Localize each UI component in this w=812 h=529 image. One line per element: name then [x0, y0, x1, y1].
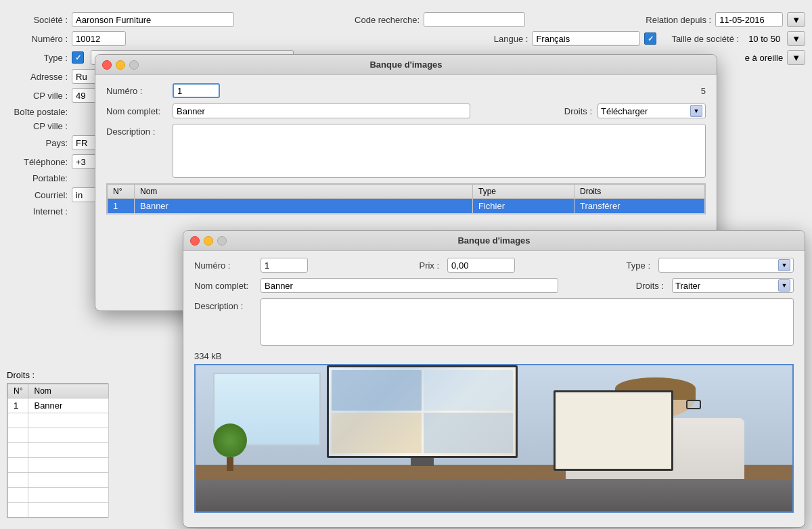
droits-th-nom: Nom	[28, 384, 109, 398]
modal-1-th-nom: Nom	[135, 185, 473, 199]
monitor-right-screen	[556, 392, 671, 469]
courriel-label: Courriel:	[7, 190, 68, 200]
screen-block-2	[424, 370, 514, 411]
modal-2-image-preview	[194, 364, 794, 513]
modal-2-type-dropdown[interactable]: ▼	[658, 258, 794, 273]
modal-2-desc-label: Description :	[194, 298, 255, 311]
modal-2-row2: Nom complet: Droits : Traiter ▼	[194, 278, 794, 293]
relation-depuis-input[interactable]	[715, 12, 783, 27]
droits-td-num: 1	[8, 398, 28, 413]
chevron-down-icon: ▼	[792, 34, 800, 44]
adresse-label: Adresse :	[7, 72, 68, 82]
modal-1-desc-row: Description :	[106, 124, 706, 178]
relation-depuis-dropdown[interactable]: ▼	[787, 12, 805, 27]
droits-table-row-empty3	[8, 443, 109, 458]
modal-2-traffic-lights	[190, 236, 227, 246]
monitor-stand	[411, 458, 434, 466]
boite-postale-label: Boîte postale:	[7, 107, 68, 117]
modal-2-droits-label: Droits :	[636, 281, 664, 291]
plant-container	[213, 423, 247, 471]
modal-1-table: N° Nom Type Droits 1 Banner Fichier Tran…	[107, 184, 705, 214]
modal-1-td-num: 1	[108, 199, 135, 214]
langue-checkbox[interactable]: ✓	[644, 32, 656, 45]
type-right-label: e à oreille	[745, 53, 783, 63]
modal-1-titlebar: Banque d'images	[95, 55, 717, 75]
modal-1-droits-dropdown[interactable]: Télécharger ▼	[597, 104, 706, 118]
droits-table-row-empty2	[8, 428, 109, 443]
check-icon2: ✓	[75, 53, 81, 62]
portable-label: Portable:	[7, 173, 68, 183]
modal-1-table-row[interactable]: 1 Banner Fichier Transférer	[108, 199, 705, 214]
modal-1-nom-input[interactable]	[173, 104, 470, 118]
modal-1-nom-label: Nom complet:	[106, 106, 167, 116]
societe-input[interactable]	[72, 12, 234, 27]
modal-2-row1: Numéro : Prix : Type : ▼	[194, 258, 794, 273]
modal-1-th-num: N°	[108, 185, 135, 199]
monitor-right	[554, 390, 673, 471]
droits-table-row[interactable]: 1 Banner	[8, 398, 109, 413]
modal-1-table-container: N° Nom Type Droits 1 Banner Fichier Tran…	[106, 183, 706, 214]
langue-input[interactable]	[532, 31, 640, 46]
modal-2-minimize-button[interactable]	[204, 236, 213, 246]
droits-table-container: N° Nom 1 Banner	[7, 383, 108, 518]
modal-2-numero-label: Numéro :	[194, 260, 255, 271]
modal-2-desc-textarea[interactable]	[261, 298, 794, 346]
numero-row: Numéro : Langue : ✓ Taille de société : …	[7, 31, 805, 46]
modal-1-close-button[interactable]	[102, 60, 112, 70]
modal-1-droits-label: Droits :	[564, 106, 592, 116]
modal-1-minimize-button[interactable]	[116, 60, 125, 70]
modal-1-th-droits: Droits	[574, 185, 705, 199]
monitor-left	[327, 365, 518, 471]
check-icon: ✓	[648, 34, 654, 43]
plant-stem	[227, 457, 233, 471]
societe-label: Société :	[7, 15, 68, 25]
modal-2-droits-dropdown-arrow[interactable]: ▼	[778, 279, 790, 292]
droits-table: N° Nom 1 Banner	[7, 384, 109, 518]
modal-2-close-button[interactable]	[190, 236, 200, 246]
modal-1-th-type: Type	[473, 185, 574, 199]
type-checkbox[interactable]: ✓	[72, 51, 84, 64]
droits-section: Droits : N° Nom 1 Banner	[7, 370, 108, 518]
modal-1-desc-label: Description :	[106, 124, 167, 137]
modal-2-prix-input[interactable]	[447, 258, 515, 273]
modal-2-titlebar: Banque d'images	[183, 231, 805, 251]
internet-label: Internet :	[7, 206, 68, 216]
modal-1-desc-textarea[interactable]	[173, 124, 706, 178]
droits-table-row-empty7	[8, 503, 109, 518]
droits-table-row-empty1	[8, 413, 109, 428]
type-label: Type :	[7, 53, 68, 63]
modal-2-file-size: 334 kB	[194, 351, 794, 361]
modal-1-td-type: Fichier	[473, 199, 574, 214]
modal-2-type-dropdown-arrow[interactable]: ▼	[778, 259, 790, 271]
modal-2-type-label: Type :	[627, 260, 650, 271]
langue-label: Langue :	[494, 34, 528, 44]
droits-th-num: N°	[8, 384, 28, 398]
numero-input[interactable]	[72, 31, 126, 46]
droits-table-row-empty4	[8, 458, 109, 473]
cp-ville-label1: CP ville :	[7, 91, 68, 101]
relation-depuis-label: Relation depuis :	[646, 15, 711, 25]
code-recherche-input[interactable]	[424, 12, 525, 27]
droits-table-row-empty5	[8, 473, 109, 488]
modal-2-nom-label: Nom complet:	[194, 281, 255, 291]
modal-2-nom-input[interactable]	[261, 278, 558, 293]
modal-1-droits-dropdown-arrow[interactable]: ▼	[690, 105, 702, 117]
modal-2-numero-input[interactable]	[261, 258, 308, 273]
type-right-dropdown[interactable]: ▼	[787, 50, 805, 65]
modal-2-fullscreen-button[interactable]	[217, 236, 227, 246]
modal-banque-images-2: Banque d'images Numéro : Prix : Type : ▼…	[183, 230, 805, 528]
modal-2-droits-dropdown[interactable]: Traiter ▼	[672, 278, 794, 293]
modal-2-title: Banque d'images	[457, 235, 530, 246]
modal-1-numero-input[interactable]	[173, 83, 220, 98]
modal-1-title: Banque d'images	[369, 60, 442, 70]
monitor-frame	[327, 365, 518, 458]
chevron-down-icon4: ▼	[782, 262, 788, 269]
modal-2-prix-label: Prix :	[419, 260, 439, 271]
cp-ville-label2: CP ville :	[7, 121, 68, 131]
taille-societe-dropdown[interactable]: ▼	[787, 31, 805, 46]
modal-1-fullscreen-button[interactable]	[129, 60, 139, 70]
modal-1-numero-row: Numéro : 5	[106, 83, 706, 98]
screen-block-1	[332, 370, 422, 411]
droits-label: Droits :	[7, 370, 108, 380]
chevron-down-icon: ▼	[792, 53, 800, 63]
